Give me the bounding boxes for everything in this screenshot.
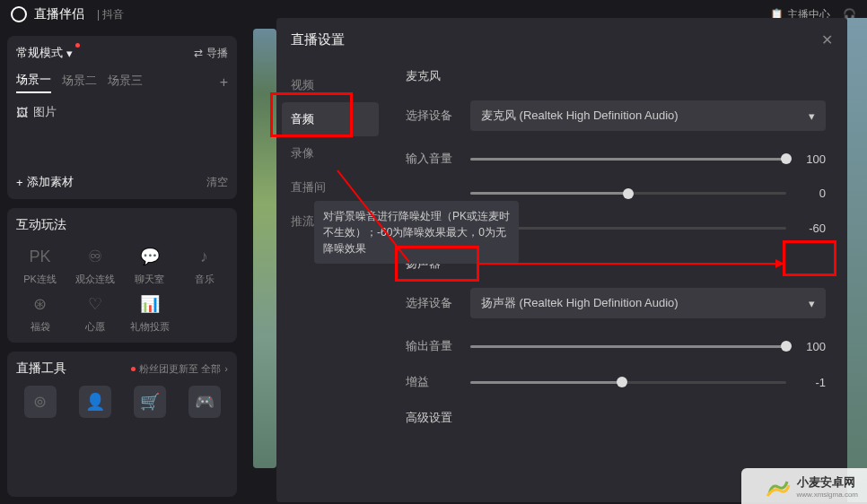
app-logo-icon xyxy=(11,6,27,22)
mic-section-title: 麦克风 xyxy=(406,68,826,84)
tab-audio[interactable]: 音频 xyxy=(282,102,379,136)
tools-title: 直播工具 xyxy=(16,361,66,377)
interact-label: 音乐 xyxy=(195,273,215,286)
add-scene-button[interactable]: + xyxy=(220,74,228,91)
mic-slider-2[interactable] xyxy=(470,192,786,195)
mic-device-label: 选择设备 xyxy=(406,108,460,124)
interact-icon: ♡ xyxy=(84,293,106,315)
app-name: 直播伴侣 xyxy=(34,6,84,22)
speaker-device-label: 选择设备 xyxy=(406,295,460,311)
interact-icon: ♪ xyxy=(194,246,215,267)
chevron-down-icon: ▾ xyxy=(809,109,815,123)
chevron-down-icon: ▾ xyxy=(66,47,73,60)
tool-icon: 🛒 xyxy=(134,386,166,418)
output-vol-label: 输出音量 xyxy=(406,338,460,354)
tools-update[interactable]: 粉丝团更新至 全部 › xyxy=(131,362,228,376)
tool-icon: 🎮 xyxy=(188,386,221,418)
scene-tab-1[interactable]: 场景一 xyxy=(16,72,51,93)
interact-icon: ⊛ xyxy=(30,293,51,315)
speaker-device-select[interactable]: 扬声器 (Realtek High Definition Audio) ▾ xyxy=(470,288,826,318)
gain-slider[interactable] xyxy=(470,381,786,384)
watermark-logo-icon xyxy=(765,476,792,498)
chevron-down-icon: ▾ xyxy=(809,297,815,310)
input-vol-slider[interactable] xyxy=(470,158,786,161)
image-icon: 🖼 xyxy=(16,106,28,119)
watermark: 小麦安卓网 www.xmsigma.com xyxy=(765,474,858,499)
tool-item-1[interactable]: 👤 xyxy=(71,386,118,418)
tool-icon: ⊚ xyxy=(24,386,57,418)
interact-item-6[interactable]: 📊礼物投票 xyxy=(126,293,173,334)
scene-tab-2[interactable]: 场景二 xyxy=(62,73,97,92)
interact-item-4[interactable]: ⊛福袋 xyxy=(16,293,64,334)
tool-item-0[interactable]: ⊚ xyxy=(16,386,64,418)
interact-item-2[interactable]: 💬聊天室 xyxy=(126,246,173,286)
tool-item-2[interactable]: 🛒 xyxy=(126,386,173,418)
interact-item-3[interactable]: ♪音乐 xyxy=(180,246,228,286)
interact-icon: PK xyxy=(30,246,51,267)
add-material-button[interactable]: + 添加素材 xyxy=(16,174,74,190)
swap-icon: ⇄ xyxy=(194,47,203,59)
interact-label: 礼物投票 xyxy=(130,320,170,334)
interact-icon: 📊 xyxy=(139,293,161,315)
director-button[interactable]: ⇄ 导播 xyxy=(194,46,228,61)
scene-tab-3[interactable]: 场景三 xyxy=(108,73,143,92)
chevron-right-icon: › xyxy=(224,363,228,374)
tab-record[interactable]: 录像 xyxy=(276,136,384,170)
interact-item-5[interactable]: ♡心愿 xyxy=(71,293,118,334)
noise-tooltip: 对背景噪音进行降噪处理（PK或连麦时不生效）；-60为降噪效果最大，0为无降噪效… xyxy=(314,201,519,264)
interact-label: 聊天室 xyxy=(135,273,164,286)
preview-strip xyxy=(847,18,867,502)
tool-icon: 👤 xyxy=(79,386,111,418)
input-vol-label: 输入音量 xyxy=(406,151,460,167)
input-vol-value: 100 xyxy=(797,152,826,166)
clear-button[interactable]: 清空 xyxy=(206,175,228,190)
plus-icon: + xyxy=(16,176,23,189)
interact-label: 心愿 xyxy=(85,320,105,334)
interact-label: PK连线 xyxy=(23,273,57,286)
mic-device-select[interactable]: 麦克风 (Realtek High Definition Audio) ▾ xyxy=(470,100,826,131)
gain-label: 增益 xyxy=(406,374,460,390)
tool-item-3[interactable]: 🎮 xyxy=(180,386,228,418)
interact-label: 观众连线 xyxy=(75,273,115,286)
tab-video[interactable]: 视频 xyxy=(276,68,384,102)
tab-liveroom[interactable]: 直播间 xyxy=(276,170,384,204)
interact-item-0[interactable]: PKPK连线 xyxy=(16,246,64,286)
close-icon[interactable]: ✕ xyxy=(821,31,833,48)
gain-value: -1 xyxy=(797,376,826,389)
mode-selector[interactable]: 常规模式 ▾ xyxy=(16,45,73,61)
annotation-arrow xyxy=(479,263,783,265)
modal-title: 直播设置 xyxy=(291,31,345,48)
mic-value-2: 0 xyxy=(797,187,826,200)
advanced-section-title: 高级设置 xyxy=(406,410,826,426)
image-item[interactable]: 🖼 图片 xyxy=(16,104,228,120)
interact-title: 互动玩法 xyxy=(16,217,228,233)
interact-icon: 💬 xyxy=(139,246,161,267)
output-vol-slider[interactable] xyxy=(470,345,786,348)
output-vol-value: 100 xyxy=(797,340,826,353)
noise-value: -60 xyxy=(797,222,826,235)
preview-thumbnail xyxy=(253,29,276,468)
interact-label: 福袋 xyxy=(31,320,50,334)
notification-dot xyxy=(75,43,80,48)
update-dot xyxy=(131,367,136,371)
interact-item-1[interactable]: ♾观众连线 xyxy=(71,246,118,286)
app-sub: | 抖音 xyxy=(97,7,124,22)
interact-icon: ♾ xyxy=(84,246,106,267)
